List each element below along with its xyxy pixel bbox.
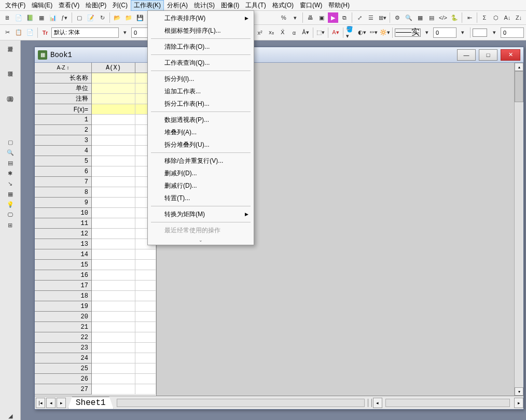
menu-remove-duplicates[interactable]: 移除/合并重复行(V)... [149,155,253,167]
resize-handle-icon[interactable]: ◢ [6,412,15,420]
line-dropdown-icon[interactable]: ▾ [422,27,432,38]
menu-split-column[interactable]: 拆分列(I)... [149,73,253,85]
cell[interactable] [135,322,156,332]
cell[interactable] [92,270,135,281]
row-label-fx[interactable]: F(x)= [35,104,92,115]
print-icon[interactable]: 🖶 [305,12,315,23]
row-label-longname[interactable]: 长名称 [35,73,92,83]
hscroll-left-icon[interactable]: ◂ [373,398,382,408]
zoom-icon[interactable]: 🔍 [6,148,15,157]
cell[interactable] [92,125,135,135]
row-number[interactable]: 24 [35,353,92,363]
scroll-up-icon[interactable]: ▴ [515,63,523,71]
row-number[interactable]: 23 [35,343,92,353]
cell[interactable] [92,104,135,115]
fill-color-icon[interactable]: 🪣▾ [345,27,356,38]
cell[interactable] [92,249,135,260]
horizontal-scrollbar-2[interactable] [385,399,510,407]
cell[interactable] [92,363,135,374]
row-number[interactable]: 12 [35,229,92,239]
row-number[interactable]: 5 [35,156,92,166]
menu-edit[interactable]: 编辑(E) [29,0,56,11]
menu-image[interactable]: 图像(I) [218,0,242,11]
tool-icon[interactable]: ✱ [6,169,15,177]
cell[interactable] [92,384,135,395]
row-number[interactable]: 26 [35,374,92,384]
menu-split-worksheet[interactable]: 拆分工作表(H)... [149,97,253,110]
cell[interactable] [92,94,135,104]
apps-icon[interactable]: ⚙ [392,12,403,23]
cut-icon[interactable]: ✂ [2,27,12,38]
menu-append-worksheet[interactable]: 追加工作表... [149,85,253,97]
row-number[interactable]: 6 [35,166,92,177]
menu-sort-by-label[interactable]: 根据标签列排序(L)... [149,24,253,37]
cell[interactable] [92,156,135,166]
cell[interactable] [92,301,135,312]
cell[interactable] [135,281,156,291]
scroll-separator[interactable] [368,399,372,407]
code-icon[interactable]: </> [438,12,448,23]
cell[interactable] [92,229,135,239]
menu-format[interactable]: 格式(O) [269,0,297,11]
grid-icon[interactable]: ⊞ [6,221,15,229]
menu-reduce-rows[interactable]: 删减行(D)... [149,179,253,192]
row-number[interactable]: 17 [35,281,92,291]
rescale-icon[interactable]: ⤢ [354,12,365,23]
menu-sort-worksheet[interactable]: 工作表排序(W)▶ [149,12,253,24]
row-number[interactable]: 10 [35,208,92,218]
row-number[interactable]: 2 [35,125,92,135]
row-number[interactable]: 20 [35,312,92,322]
gradient-icon[interactable]: ◐▾ [357,27,367,38]
row-label-units[interactable]: 单位 [35,83,92,94]
scroll-down-icon[interactable]: ▾ [515,387,523,396]
row-number[interactable]: 13 [35,239,92,249]
sheet-tab[interactable]: Sheet1 [68,397,114,409]
screen-icon[interactable]: 🖵 [6,211,15,219]
menu-convert-to-matrix[interactable]: 转换为矩阵(M)▶ [149,208,253,220]
superscript-icon[interactable]: x² [255,27,265,38]
row-number[interactable]: 15 [35,260,92,270]
swatch-dropdown-icon[interactable]: ▾ [489,27,500,38]
copy-icon[interactable]: 📋 [13,27,24,38]
new-notes-icon[interactable]: 📝 [86,12,96,23]
minimize-button[interactable]: — [457,49,476,61]
cell[interactable] [135,301,156,312]
sort-desc-icon[interactable]: Z↓ [514,12,524,23]
cell[interactable] [92,166,135,177]
row-number[interactable]: 18 [35,291,92,301]
menu-stack-columns[interactable]: 堆叠列(A)... [149,126,253,138]
scroll-thumb[interactable] [515,71,523,102]
column-header-a[interactable]: A(X) [92,63,135,73]
cell[interactable] [92,312,135,322]
cell[interactable] [92,343,135,353]
slideshow-icon[interactable]: ▶ [328,12,338,23]
workbook-titlebar[interactable]: ▦ Book1 — □ ✕ [35,47,523,63]
menu-statistics[interactable]: 统计(S) [191,0,218,11]
row-number[interactable]: 1 [35,115,92,125]
menu-pivot-table[interactable]: 数据透视表(P)... [149,114,253,126]
open-template-icon[interactable]: 📁 [123,12,134,23]
cell[interactable] [135,249,156,260]
cell[interactable] [135,270,156,281]
horizontal-scrollbar[interactable] [117,399,365,407]
cell[interactable] [135,384,156,395]
list-icon[interactable]: ☰ [366,12,376,23]
cell[interactable] [92,353,135,363]
unknown-icon[interactable]: (1) [6,94,15,103]
maximize-button[interactable]: □ [479,49,497,61]
new-graph-icon[interactable]: 📊 [48,12,58,23]
line-style-combo[interactable]: 实 [395,29,421,37]
manager-icon[interactable]: ▦ [415,12,425,23]
cell[interactable] [92,322,135,332]
new-workbook-icon[interactable]: 📄 [13,12,24,23]
cell[interactable] [135,291,156,301]
sort-asc-icon[interactable]: A↓ [502,12,513,23]
line-color-icon[interactable]: ✏▾ [368,27,379,38]
cell[interactable] [135,353,156,363]
vertical-scrollbar[interactable]: ▴ ▾ [514,63,523,396]
font-dropdown-icon[interactable]: ▾ [120,27,130,38]
cell[interactable] [92,198,135,208]
new-function-icon[interactable]: ƒ▾ [59,12,70,23]
cell[interactable] [92,146,135,156]
duplicate-icon[interactable]: ⧉ [339,12,350,23]
